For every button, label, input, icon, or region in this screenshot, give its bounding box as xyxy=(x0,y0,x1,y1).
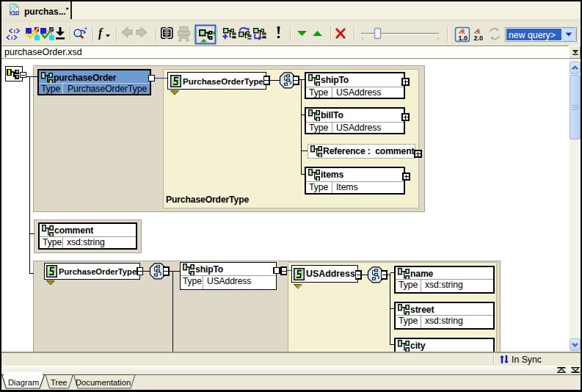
svg-text:XSD: XSD xyxy=(10,10,19,15)
svg-text:Tree: Tree xyxy=(51,378,68,387)
svg-text:1.0: 1.0 xyxy=(459,35,468,42)
svg-text:Documentation: Documentation xyxy=(76,378,131,387)
svg-text:new query>: new query> xyxy=(509,30,556,40)
svg-text:Diagram: Diagram xyxy=(8,378,39,387)
svg-text:2.0: 2.0 xyxy=(474,35,484,42)
svg-text:f: f xyxy=(98,26,103,40)
